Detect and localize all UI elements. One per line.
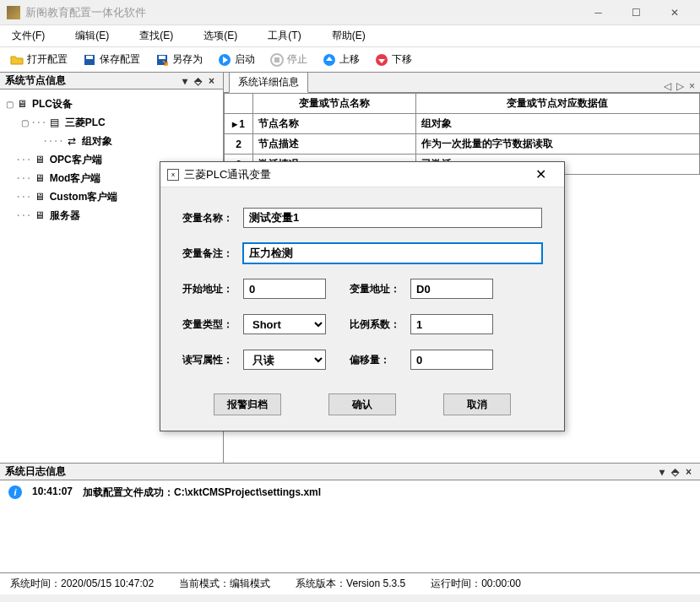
- var-name-input[interactable]: [243, 208, 542, 228]
- plc-icon: ▤: [48, 117, 62, 128]
- maximize-button[interactable]: ☐: [617, 1, 655, 24]
- tree-panel-header: 系统节点信息 ▾ ⬘ ×: [0, 73, 223, 89]
- log-panel: 系统日志信息 ▾ ⬘ × i 10:41:07 加载配置文件成功：C:\xktC…: [0, 463, 700, 572]
- arrow-up-icon: [323, 53, 336, 67]
- tree-node-mitsubishi[interactable]: ▢··· ▤ 三菱PLC: [3, 113, 220, 132]
- open-config-button[interactable]: 打开配置: [8, 51, 69, 68]
- panel-close-icon[interactable]: ×: [682, 466, 695, 478]
- toolbar: 打开配置 保存配置 另存为 启动 停止 上移 下移: [0, 47, 700, 73]
- grid-col-value[interactable]: 变量或节点对应数据值: [415, 94, 699, 114]
- svg-rect-6: [274, 57, 279, 62]
- ok-button[interactable]: 确认: [328, 393, 396, 415]
- client-icon: 🖥: [33, 154, 46, 165]
- client-icon: 🖥: [33, 191, 46, 203]
- close-button[interactable]: ✕: [655, 1, 693, 24]
- cancel-button[interactable]: 取消: [443, 393, 511, 415]
- ratio-label: 比例系数：: [350, 317, 402, 332]
- var-addr-input[interactable]: [410, 279, 493, 299]
- offset-input[interactable]: [410, 350, 493, 370]
- pin-icon[interactable]: ▾: [656, 466, 668, 478]
- log-message: 加载配置文件成功：C:\xktCMSProject\settings.xml: [83, 485, 321, 500]
- server-icon: 🖥: [33, 209, 46, 221]
- var-remark-label: 变量备注：: [182, 247, 235, 261]
- status-runtime: 运行时间：00:00:00: [431, 577, 521, 591]
- var-remark-input[interactable]: [243, 243, 542, 263]
- autohide-icon[interactable]: ⬘: [668, 466, 682, 478]
- arrow-down-icon: [375, 53, 388, 67]
- stop-button[interactable]: 停止: [269, 51, 309, 68]
- save-config-button[interactable]: 保存配置: [81, 51, 142, 68]
- client-icon: 🖥: [33, 172, 46, 184]
- save-as-icon: [155, 53, 169, 67]
- app-icon: [7, 6, 20, 19]
- autohide-icon[interactable]: ⬘: [191, 75, 205, 87]
- log-panel-title: 系统日志信息: [5, 464, 66, 479]
- archive-button[interactable]: 报警归档: [214, 393, 281, 415]
- panel-close-icon[interactable]: ×: [205, 75, 218, 87]
- table-row[interactable]: 1 节点名称 组对象: [225, 114, 700, 134]
- start-button[interactable]: 启动: [216, 51, 257, 68]
- menubar: 文件(F) 编辑(E) 查找(E) 选项(E) 工具(T) 帮助(E): [0, 25, 700, 47]
- play-icon: [218, 53, 231, 67]
- dialog-icon: x: [167, 169, 179, 181]
- tree-panel-title: 系统节点信息: [5, 73, 66, 88]
- variable-dialog: x 三菱PLC通讯变量 ✕ 变量名称： 变量备注： 开始地址： 变量地址： 变量…: [160, 161, 565, 431]
- detail-tabs: 系统详细信息 ◁▷×: [224, 73, 700, 93]
- save-icon: [83, 53, 96, 67]
- var-addr-label: 变量地址：: [350, 282, 402, 296]
- link-icon: ⇄: [65, 135, 79, 147]
- svg-rect-1: [86, 56, 93, 59]
- dialog-title: 三菱PLC通讯变量: [184, 167, 524, 182]
- minimize-button[interactable]: ─: [579, 1, 617, 24]
- titlebar: 新阁教育配置一体化软件 ─ ☐ ✕: [0, 0, 700, 25]
- info-icon: i: [8, 485, 22, 499]
- status-systime: 系统时间：2020/05/15 10:47:02: [10, 577, 154, 591]
- statusbar: 系统时间：2020/05/15 10:47:02 当前模式：编辑模式 系统版本：…: [0, 572, 700, 594]
- log-time: 10:41:07: [32, 485, 73, 497]
- menu-edit[interactable]: 编辑(E): [72, 26, 112, 46]
- grid-col-name[interactable]: 变量或节点名称: [253, 94, 416, 114]
- rw-label: 读写属性：: [182, 353, 235, 367]
- offset-label: 偏移量：: [350, 353, 402, 367]
- table-row[interactable]: 2 节点描述 作为一次批量的字节数据读取: [225, 134, 700, 155]
- var-type-select[interactable]: Short: [243, 314, 326, 334]
- dialog-titlebar[interactable]: x 三菱PLC通讯变量 ✕: [160, 162, 564, 187]
- rw-select[interactable]: 只读: [243, 350, 326, 370]
- menu-find[interactable]: 查找(E): [136, 26, 176, 46]
- grid-corner: [225, 94, 253, 114]
- log-body: i 10:41:07 加载配置文件成功：C:\xktCMSProject\set…: [0, 480, 700, 572]
- menu-help[interactable]: 帮助(E): [328, 26, 369, 46]
- pin-icon[interactable]: ▾: [179, 75, 191, 87]
- status-version: 系统版本：Version 5.3.5: [296, 577, 405, 591]
- dialog-close-button[interactable]: ✕: [524, 166, 557, 182]
- stop-icon: [270, 53, 284, 67]
- device-icon: 🖥: [15, 98, 29, 110]
- start-addr-label: 开始地址：: [182, 282, 235, 296]
- tree-node-group[interactable]: ···· ⇄ 组对象: [3, 132, 220, 150]
- menu-file[interactable]: 文件(F): [8, 26, 48, 46]
- move-down-button[interactable]: 下移: [373, 51, 414, 68]
- svg-rect-3: [159, 56, 166, 59]
- status-mode: 当前模式：编辑模式: [179, 577, 270, 591]
- tab-nav-arrows[interactable]: ◁▷×: [664, 80, 695, 92]
- save-as-button[interactable]: 另存为: [154, 51, 204, 68]
- dialog-body: 变量名称： 变量备注： 开始地址： 变量地址： 变量类型： Short 比例系数…: [160, 187, 564, 431]
- move-up-button[interactable]: 上移: [321, 51, 361, 68]
- app-title: 新阁教育配置一体化软件: [25, 5, 579, 20]
- tree-node-plc-devices[interactable]: ▢ 🖥 PLC设备: [3, 95, 220, 113]
- tab-system-detail[interactable]: 系统详细信息: [229, 72, 308, 93]
- folder-open-icon: [10, 53, 24, 67]
- ratio-input[interactable]: [410, 314, 493, 334]
- log-panel-header: 系统日志信息 ▾ ⬘ ×: [0, 464, 700, 480]
- var-name-label: 变量名称：: [182, 211, 235, 225]
- var-type-label: 变量类型：: [182, 317, 235, 332]
- menu-tool[interactable]: 工具(T): [264, 26, 304, 46]
- start-addr-input[interactable]: [243, 279, 326, 299]
- menu-option[interactable]: 选项(E): [200, 26, 241, 46]
